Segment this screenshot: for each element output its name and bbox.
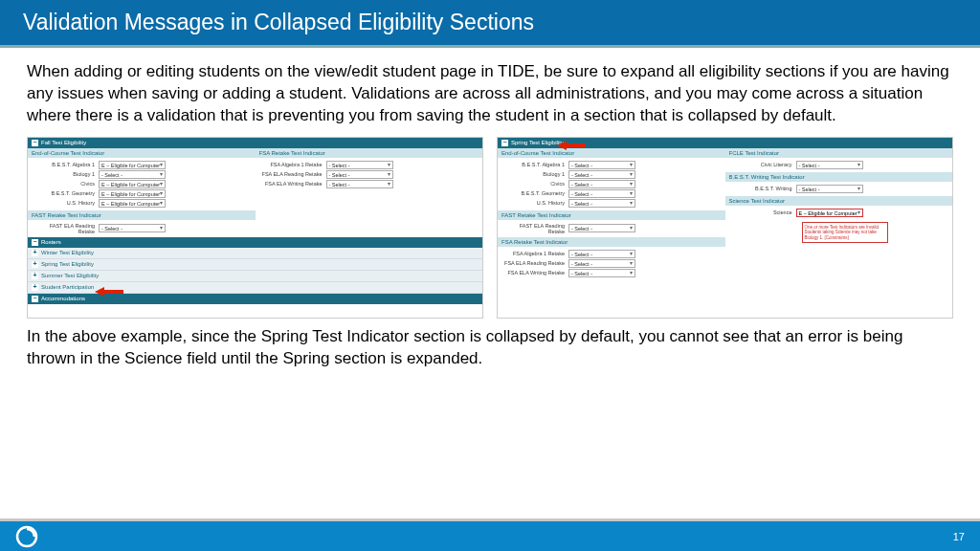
select-input[interactable]: - Select - — [568, 269, 635, 277]
field-label: B.E.S.T. Writing — [729, 186, 796, 191]
slide-body: When adding or editing students on the v… — [0, 48, 980, 386]
select-input[interactable]: - Select - — [568, 180, 635, 188]
form-row: U.S. History- Select - — [501, 199, 722, 208]
science-subheader: Science Test Indicator — [725, 196, 953, 206]
select-input[interactable]: E – Eligible for Computer — [99, 199, 166, 208]
red-arrow-icon — [95, 283, 123, 293]
form-row: Civic Literacy- Select - — [729, 161, 949, 169]
select-input[interactable]: E – Eligible for Computer — [99, 180, 166, 188]
form-row: FSA Algebra 1 Retake- Select - — [259, 161, 479, 169]
screenshot-row: − Fall Test Eligibility End-of-Course Te… — [27, 137, 953, 319]
field-label: FSA Algebra 1 Retake — [259, 162, 326, 167]
fcle-subheader: FCLE Test Indicator — [725, 148, 953, 158]
eoc-subheader: End-of-Course Test Indicator — [498, 148, 725, 158]
slide-footer: 17 — [0, 518, 980, 551]
select-input[interactable]: - Select - — [568, 161, 635, 169]
red-arrow-icon — [557, 137, 586, 146]
select-input[interactable]: - Select - — [99, 170, 166, 179]
form-row: FAST ELA Reading Retake- Select - — [32, 223, 252, 234]
select-input[interactable]: - Select - — [326, 170, 393, 179]
page-number: 17 — [953, 531, 965, 542]
form-row: FSA ELA Writing Retake- Select - — [259, 180, 479, 188]
collapsed-section[interactable]: +Spring Test Eligibility — [28, 259, 482, 271]
field-label: Civics — [32, 181, 99, 187]
form-row: B.E.S.T. Algebra 1E – Eligible for Compu… — [32, 161, 252, 169]
svg-marker-1 — [557, 141, 586, 150]
field-label: Biology 1 — [501, 171, 568, 177]
form-row: FSA Algebra 1 Retake- Select - — [501, 250, 722, 258]
field-label: B.E.S.T. Geometry — [32, 190, 99, 196]
collapsed-label: Winter Test Eligibility — [41, 250, 94, 255]
select-input[interactable]: - Select - — [568, 250, 635, 258]
form-row: CivicsE – Eligible for Computer — [32, 180, 252, 188]
form-row: B.E.S.T. GeometryE – Eligible for Comput… — [32, 189, 252, 198]
fsa-subheader: FSA Retake Test Indicator — [498, 237, 725, 247]
expand-icon[interactable]: + — [32, 273, 38, 279]
validation-error-message: One or more Test Indicators are Invalid.… — [802, 222, 888, 243]
fsa-subheader: FSA Retake Test Indicator — [256, 148, 483, 158]
fall-header-label: Fall Test Eligibility — [41, 140, 86, 145]
form-row: FSA ELA Reading Retake- Select - — [259, 170, 479, 179]
select-input[interactable]: - Select - — [568, 259, 635, 268]
select-input-error[interactable]: E – Eligible for Computer — [796, 209, 863, 217]
select-input[interactable]: - Select - — [796, 161, 863, 169]
expand-icon[interactable]: + — [32, 284, 38, 291]
select-input[interactable]: - Select - — [326, 180, 393, 188]
spring-header-label: Spring Test Eligibility — [511, 140, 564, 145]
collapse-icon[interactable]: − — [501, 140, 508, 146]
field-label: FSA ELA Reading Retake — [259, 171, 326, 177]
collapsed-section[interactable]: +Summer Test Eligibility — [28, 271, 482, 282]
accom-label: Accommodations — [41, 296, 85, 301]
rosters-header[interactable]: − Rosters — [28, 237, 482, 248]
field-label: FSA ELA Reading Retake — [501, 260, 568, 266]
fast-subheader: FAST Retake Test Indicator — [498, 210, 725, 220]
collapsed-label: Student Participation — [41, 284, 94, 290]
select-input[interactable]: E – Eligible for Computer — [99, 161, 166, 169]
collapsed-label: Spring Test Eligibility — [41, 261, 94, 267]
eoc-rows: B.E.S.T. Algebra 1E – Eligible for Compu… — [28, 158, 256, 210]
field-label: FAST ELA Reading Retake — [32, 223, 99, 234]
field-label: FSA ELA Writing Retake — [501, 270, 568, 276]
field-label: B.E.S.T. Algebra 1 — [32, 162, 99, 167]
slide-title: Validation Messages in Collapsed Eligibi… — [0, 0, 980, 48]
field-label: B.E.S.T. Geometry — [501, 190, 568, 196]
fast-subheader: FAST Retake Test Indicator — [28, 210, 256, 220]
select-input[interactable]: - Select - — [568, 189, 635, 198]
form-row: B.E.S.T. Writing- Select - — [729, 185, 949, 193]
field-label: B.E.S.T. Algebra 1 — [501, 162, 568, 167]
select-input[interactable]: - Select - — [99, 224, 166, 232]
logo-icon — [15, 525, 38, 548]
field-label: U.S. History — [32, 200, 99, 206]
field-label: FAST ELA Reading Retake — [501, 223, 568, 234]
expand-icon[interactable]: + — [32, 261, 38, 268]
rosters-label: Rosters — [41, 239, 61, 245]
form-row: Civics- Select - — [501, 180, 722, 188]
select-input[interactable]: - Select - — [326, 161, 393, 169]
collapse-icon[interactable]: − — [32, 239, 38, 246]
select-input[interactable]: - Select - — [568, 170, 635, 179]
select-input[interactable]: E – Eligible for Computer — [99, 189, 166, 198]
form-row: FSA ELA Reading Retake- Select - — [501, 259, 722, 268]
field-label: Science — [729, 209, 796, 215]
form-row: FSA ELA Writing Retake- Select - — [501, 269, 722, 277]
select-input[interactable]: - Select - — [568, 224, 635, 232]
select-input[interactable]: - Select - — [796, 185, 863, 193]
collapse-icon[interactable]: − — [32, 140, 38, 146]
fall-eligibility-header[interactable]: − Fall Test Eligibility — [28, 138, 482, 148]
eoc-subheader: End-of-Course Test Indicator — [28, 148, 256, 158]
svg-marker-0 — [95, 287, 123, 297]
screenshot-expanded: − Spring Test Eligibility End-of-Course … — [497, 137, 953, 319]
form-row: Biology 1- Select - — [501, 170, 722, 179]
form-row: ScienceE – Eligible for Computer — [729, 209, 949, 217]
select-input[interactable]: - Select - — [568, 199, 635, 208]
expand-icon[interactable]: + — [32, 250, 38, 256]
screenshot-collapsed: − Fall Test Eligibility End-of-Course Te… — [27, 137, 483, 319]
field-label: Biology 1 — [32, 171, 99, 177]
form-row: Biology 1- Select - — [32, 170, 252, 179]
form-row: U.S. HistoryE – Eligible for Computer — [32, 199, 252, 208]
collapsed-section[interactable]: +Winter Test Eligibility — [28, 248, 482, 259]
collapse-icon[interactable]: − — [32, 296, 38, 302]
form-row: B.E.S.T. Geometry- Select - — [501, 189, 722, 198]
field-label: U.S. History — [501, 200, 568, 206]
collapsed-label: Summer Test Eligibility — [41, 273, 99, 278]
